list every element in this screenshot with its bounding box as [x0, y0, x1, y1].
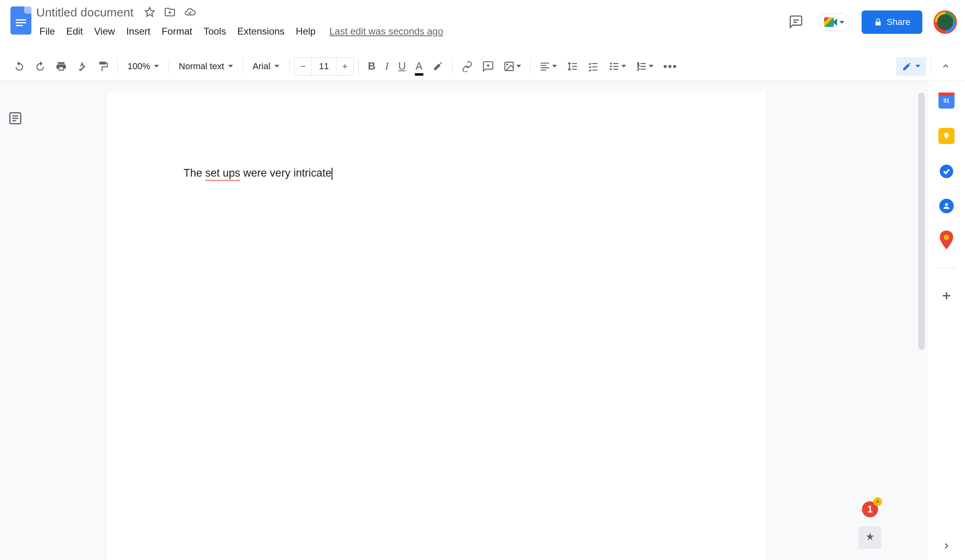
bulleted-list-button[interactable] [604, 57, 630, 76]
canvas[interactable]: The set ups were very intricate 1 + [31, 81, 927, 560]
menu-file[interactable]: File [34, 23, 61, 40]
checklist-button[interactable] [584, 57, 603, 76]
contacts-app-icon[interactable] [939, 199, 954, 213]
menu-insert[interactable]: Insert [121, 23, 156, 40]
meet-icon [824, 17, 837, 27]
account-avatar[interactable] [934, 10, 957, 34]
redo-button[interactable] [31, 57, 50, 76]
chevron-down-icon [228, 65, 233, 68]
spellcheck-button[interactable] [72, 57, 92, 76]
collapse-toolbar-button[interactable] [936, 57, 955, 76]
maps-app-icon[interactable] [938, 233, 955, 249]
text-color-button[interactable]: A [412, 56, 427, 76]
undo-button[interactable] [10, 57, 29, 76]
header-main: Untitled document File Edit View [34, 5, 785, 40]
toolbar: 100% Normal text Arial − 11 + B I U A [0, 51, 965, 81]
text-cursor [332, 168, 332, 180]
chevron-down-icon [916, 65, 920, 68]
paragraph-style-dropdown[interactable]: Normal text [174, 58, 237, 75]
paint-format-button[interactable] [93, 57, 113, 76]
bold-button[interactable]: B [364, 56, 379, 76]
font-value: Arial [253, 61, 270, 72]
svg-point-4 [610, 68, 612, 70]
calendar-day: 31 [943, 97, 950, 104]
document-title[interactable]: Untitled document [34, 5, 136, 20]
print-button[interactable] [52, 57, 71, 76]
plus-icon: + [873, 497, 882, 506]
menu-extensions[interactable]: Extensions [232, 23, 290, 40]
more-button[interactable]: ••• [659, 56, 681, 77]
docs-home-icon[interactable] [8, 5, 34, 40]
zoom-dropdown[interactable]: 100% [123, 58, 164, 75]
menu-format[interactable]: Format [156, 23, 198, 40]
insert-image-button[interactable] [499, 57, 525, 76]
chevron-down-icon [621, 65, 626, 68]
font-dropdown[interactable]: Arial [248, 58, 284, 75]
menubar: File Edit View Insert Format Tools Exten… [34, 23, 785, 40]
notification-badge[interactable]: 1 + [862, 501, 878, 517]
decrease-font-button[interactable]: − [295, 58, 311, 75]
notification-count: 1 [867, 504, 872, 515]
meet-button[interactable] [818, 13, 850, 31]
font-size-input[interactable]: 11 [311, 58, 336, 75]
increase-font-button[interactable]: + [336, 58, 353, 75]
pencil-icon [902, 61, 912, 72]
keep-app-icon[interactable] [938, 128, 955, 144]
menu-help[interactable]: Help [290, 23, 321, 40]
menu-edit[interactable]: Edit [61, 23, 89, 40]
header-right: Share [785, 5, 957, 34]
paragraph-style-value: Normal text [179, 61, 224, 72]
menu-view[interactable]: View [89, 23, 121, 40]
cloud-status-icon[interactable] [184, 6, 196, 19]
add-comment-button[interactable] [478, 57, 498, 76]
highlight-button[interactable] [428, 57, 447, 76]
menu-tools[interactable]: Tools [198, 23, 232, 40]
svg-point-1 [506, 64, 508, 66]
tasks-app-icon[interactable] [938, 163, 955, 179]
italic-button[interactable]: I [381, 56, 393, 76]
document-text[interactable]: The set ups were very intricate [184, 167, 332, 179]
line-spacing-button[interactable] [563, 57, 582, 76]
editing-mode-button[interactable] [896, 57, 926, 76]
left-margin [0, 81, 31, 560]
move-icon[interactable] [164, 6, 175, 19]
main: The set ups were very intricate 1 + 31 [0, 81, 965, 560]
font-size-control: − 11 + [294, 57, 354, 76]
chevron-down-icon [839, 21, 844, 24]
get-addons-icon[interactable] [938, 288, 955, 304]
text-segment: were very intricate [240, 167, 332, 179]
chevron-down-icon [649, 65, 654, 68]
text-segment: The [184, 167, 205, 179]
lock-icon [874, 18, 883, 27]
spell-error-text[interactable]: set ups [205, 167, 240, 181]
calendar-app-icon[interactable]: 31 [938, 93, 955, 109]
explore-button[interactable] [859, 526, 881, 549]
svg-point-8 [944, 235, 949, 240]
share-label: Share [887, 17, 910, 27]
side-panel-expand-icon[interactable] [942, 541, 951, 552]
comment-history-icon[interactable] [785, 11, 807, 34]
svg-point-2 [610, 62, 612, 64]
svg-point-3 [610, 65, 612, 67]
divider [938, 268, 955, 268]
share-button[interactable]: Share [862, 10, 922, 34]
right-side-panel: 31 [927, 81, 965, 560]
align-button[interactable] [535, 57, 561, 76]
numbered-list-button[interactable] [632, 57, 658, 76]
document-page[interactable]: The set ups were very intricate [106, 93, 766, 560]
zoom-value: 100% [128, 61, 150, 72]
chevron-down-icon [274, 65, 279, 68]
chevron-down-icon [552, 65, 557, 68]
svg-point-7 [945, 203, 948, 206]
header: Untitled document File Edit View [0, 0, 965, 51]
star-icon[interactable] [144, 6, 155, 19]
chevron-down-icon [154, 65, 159, 68]
underline-button[interactable]: U [394, 56, 410, 76]
vertical-scrollbar[interactable] [918, 93, 925, 350]
title-row: Untitled document [34, 5, 785, 20]
bottom-right-controls: 1 + [859, 501, 881, 549]
chevron-down-icon [516, 65, 521, 68]
insert-link-button[interactable] [458, 57, 477, 76]
last-edit-link[interactable]: Last edit was seconds ago [329, 26, 443, 37]
document-outline-icon[interactable] [8, 111, 23, 126]
